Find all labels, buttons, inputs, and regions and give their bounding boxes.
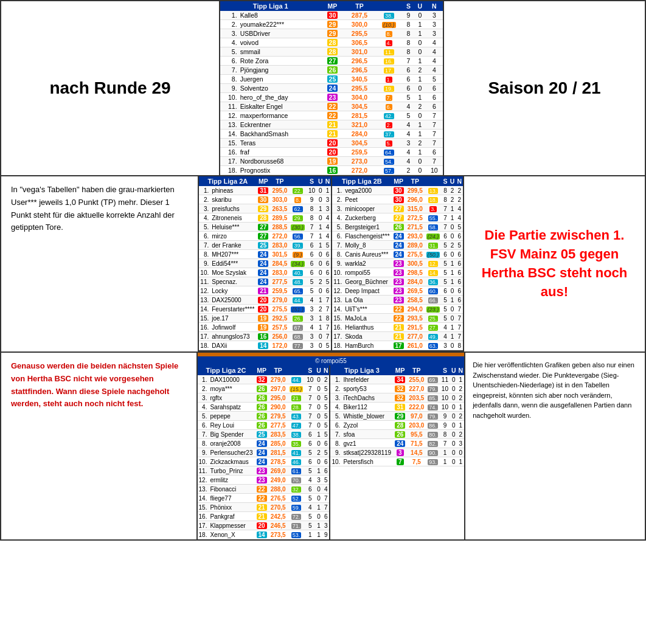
bot-right-text: Die hier veröffentlichten Grafiken geben… xyxy=(465,353,645,539)
main-container: nach Runde 29 Tipp Liga 1MPTPSUN1.Kalle8… xyxy=(0,0,646,541)
mid-left-paragraph: In "vega's Tabellen" haben die grau-mark… xyxy=(11,184,188,234)
bot-center: © rompoi55 Tipp Liga 2CMPTPSUN1.DAX10000… xyxy=(198,353,466,539)
liga1-table: Tipp Liga 1MPTPSUN1.Kalle830287,538.9032… xyxy=(220,1,443,175)
round-title: nach Runde 29 xyxy=(49,78,170,98)
liga3-container: Tipp Liga 3MPTPSUN1.Ihrefelder34255,069.… xyxy=(330,365,464,539)
top-row: nach Runde 29 Tipp Liga 1MPTPSUN1.Kalle8… xyxy=(1,1,645,176)
liga2c-container: Tipp Liga 2CMPTPSUN1.DAX1000032279,044.1… xyxy=(198,365,331,539)
mid-row: In "vega's Tabellen" haben die grau-mark… xyxy=(1,176,645,353)
liga2a-table: Tipp Liga 2AMPTPSUN1.phineas31295,022.10… xyxy=(199,176,331,350)
liga2-tables-container: Tipp Liga 2AMPTPSUN1.phineas31295,022.10… xyxy=(199,176,464,351)
season-title: Saison 20 / 21 xyxy=(488,78,600,98)
mid-right-text: Die Partie zwischen 1. FSV Mainz 05 gege… xyxy=(464,176,645,351)
liga3-table: Tipp Liga 3MPTPSUN1.Ihrefelder34255,069.… xyxy=(330,365,464,466)
liga2c-table: Tipp Liga 2CMPTPSUN1.DAX1000032279,044.1… xyxy=(198,365,330,539)
mid-right-paragraph: Die Partie zwischen 1. FSV Mainz 05 gege… xyxy=(470,226,639,301)
bot-left-paragraph: Genauso werden die beiden nächsten Spiel… xyxy=(11,360,187,410)
bot-left-text: Genauso werden die beiden nächsten Spiel… xyxy=(1,353,198,539)
liga2-row: Tipp Liga 2AMPTPSUN1.phineas31295,022.10… xyxy=(199,176,463,351)
header-right: Saison 20 / 21 xyxy=(444,1,645,175)
bot-row: Genauso werden die beiden nächsten Spiel… xyxy=(1,353,645,539)
bot-tables-row: Tipp Liga 2CMPTPSUN1.DAX1000032279,044.1… xyxy=(198,365,465,539)
header-left: nach Runde 29 xyxy=(1,1,220,175)
liga1-table-container: Tipp Liga 1MPTPSUN1.Kalle830287,538.9032… xyxy=(220,1,444,175)
bot-right-paragraph: Die hier veröffentlichten Grafiken geben… xyxy=(473,360,637,420)
rompoi-bar: © rompoi55 xyxy=(198,356,465,365)
liga2a-container: Tipp Liga 2AMPTPSUN1.phineas31295,022.10… xyxy=(199,176,332,350)
liga2b-table: Tipp Liga 2BMPTPSUN1.vega200030299,513.8… xyxy=(332,176,463,350)
mid-left-text: In "vega's Tabellen" haben die grau-mark… xyxy=(1,176,199,351)
liga2b-container: Tipp Liga 2BMPTPSUN1.vega200030299,513.8… xyxy=(332,176,463,350)
